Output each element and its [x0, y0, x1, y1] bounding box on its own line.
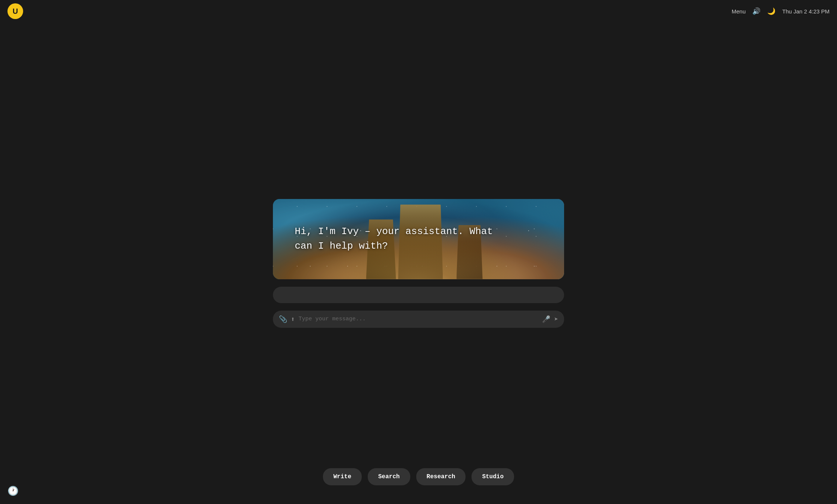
greeting-line1: Hi, I'm Ivy – your assistant. What [295, 226, 493, 237]
main-content: Hi, I'm Ivy – your assistant. What can I… [0, 22, 837, 504]
menu-button[interactable]: Menu [732, 8, 746, 15]
logo-letter: U [13, 7, 18, 16]
research-button[interactable]: Research [416, 468, 466, 485]
microphone-icon[interactable]: 🎤 [542, 315, 550, 323]
hero-greeting: Hi, I'm Ivy – your assistant. What can I… [295, 224, 542, 253]
header: U Menu 🔊 🌙 Thu Jan 2 4:23 PM [0, 0, 837, 22]
hero-text: Hi, I'm Ivy – your assistant. What can I… [295, 224, 542, 253]
header-controls: Menu 🔊 🌙 Thu Jan 2 4:23 PM [732, 7, 830, 15]
upload-icon[interactable]: ⬆ [291, 315, 295, 323]
input-icons-right: 🎤 ➤ [542, 315, 558, 323]
hero-banner: Hi, I'm Ivy – your assistant. What can I… [273, 199, 564, 279]
studio-button[interactable]: Studio [472, 468, 514, 485]
datetime-display: Thu Jan 2 4:23 PM [782, 8, 830, 15]
search-button[interactable]: Search [368, 468, 410, 485]
send-icon[interactable]: ➤ [554, 315, 558, 323]
message-input-container: 📎 ⬆ 🎤 ➤ [273, 311, 564, 328]
write-button[interactable]: Write [323, 468, 362, 485]
volume-icon[interactable]: 🔊 [752, 7, 760, 15]
history-clock-icon[interactable]: 🕐 [7, 486, 19, 497]
thin-bar [273, 287, 564, 303]
logo-button[interactable]: U [7, 3, 23, 19]
input-icons-left: 📎 ⬆ [279, 315, 295, 323]
message-input[interactable] [299, 316, 538, 322]
dark-mode-icon[interactable]: 🌙 [767, 7, 775, 15]
quick-actions: Write Search Research Studio [323, 468, 514, 485]
greeting-line2: can I help with? [295, 240, 388, 252]
attach-icon[interactable]: 📎 [279, 315, 287, 323]
